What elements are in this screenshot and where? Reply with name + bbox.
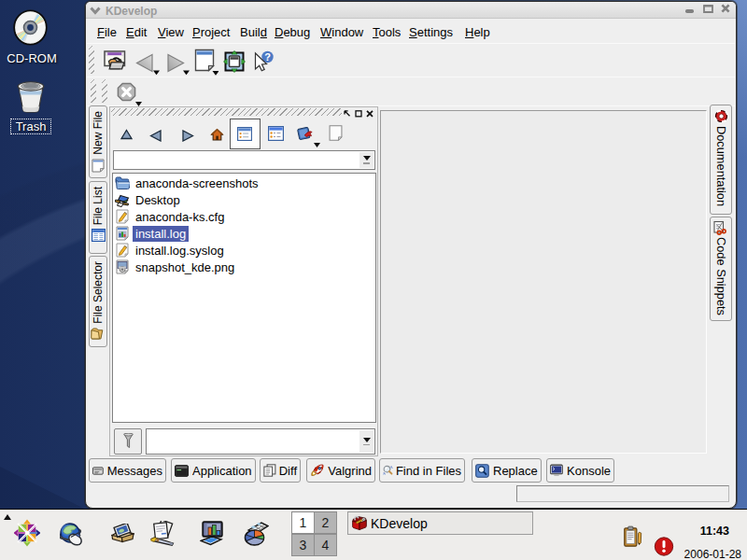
svg-text:?: ? <box>264 51 271 63</box>
